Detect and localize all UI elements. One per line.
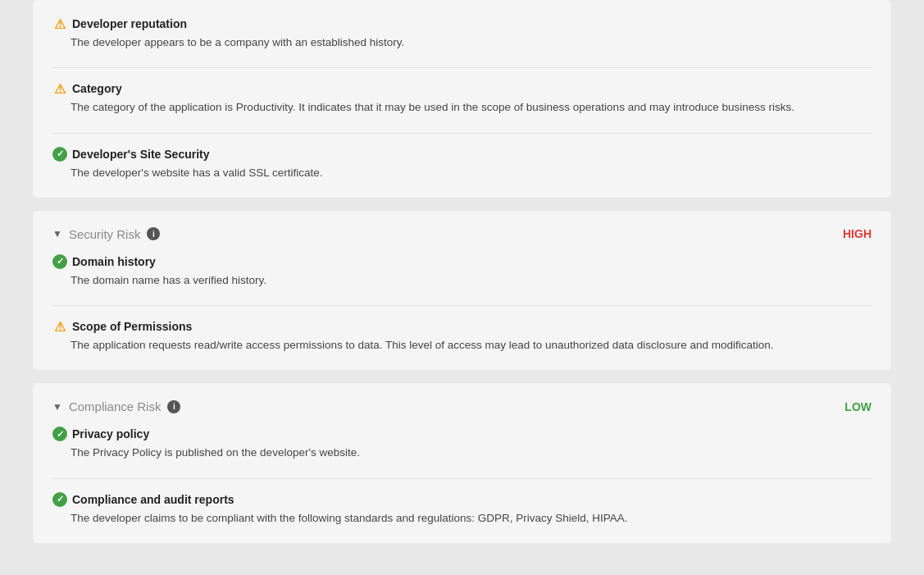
- scope-permissions-title: ⚠ Scope of Permissions: [52, 319, 872, 334]
- divider: [52, 67, 872, 68]
- security-risk-header-left: ▼ Security Risk i: [52, 227, 160, 241]
- category-desc: The category of the application is Produ…: [52, 99, 872, 116]
- compliance-risk-card: ▼ Compliance Risk i LOW ✓ Privacy policy…: [33, 383, 891, 543]
- chevron-icon[interactable]: ▼: [52, 228, 62, 240]
- developer-site-security-title: ✓ Developer's Site Security: [52, 147, 872, 162]
- developer-reputation-desc: The developer appears to be a company wi…: [52, 34, 872, 51]
- domain-history-title: ✓ Domain history: [52, 254, 872, 269]
- developer-site-security-desc: The developer's website has a valid SSL …: [52, 165, 872, 181]
- ok-icon: ✓: [52, 492, 67, 507]
- category-title: ⚠ Category: [52, 81, 872, 96]
- ok-icon: ✓: [52, 427, 67, 441]
- security-risk-badge: HIGH: [843, 227, 872, 240]
- privacy-policy-desc: The Privacy Policy is published on the d…: [52, 445, 872, 461]
- chevron-icon[interactable]: ▼: [52, 401, 62, 413]
- list-item: ✓ Developer's Site Security The develope…: [52, 147, 872, 181]
- ok-icon: ✓: [52, 254, 67, 269]
- security-risk-header: ▼ Security Risk i HIGH: [52, 227, 872, 241]
- list-item: ✓ Domain history The domain name has a v…: [52, 254, 872, 289]
- security-risk-card: ▼ Security Risk i HIGH ✓ Domain history …: [33, 211, 891, 371]
- info-icon[interactable]: i: [147, 227, 160, 240]
- warn-icon: ⚠: [52, 81, 67, 96]
- compliance-audit-desc: The developer claims to be compliant wit…: [52, 510, 872, 527]
- warn-icon: ⚠: [52, 319, 67, 334]
- list-item: ✓ Compliance and audit reports The devel…: [52, 492, 872, 527]
- security-risk-title: Security Risk: [69, 227, 141, 241]
- compliance-risk-title: Compliance Risk: [69, 399, 162, 413]
- developer-info-card: ⚠ Developer reputation The developer app…: [33, 0, 891, 198]
- list-item: ⚠ Developer reputation The developer app…: [52, 16, 872, 51]
- ok-icon: ✓: [52, 147, 67, 162]
- developer-reputation-title: ⚠ Developer reputation: [52, 16, 872, 31]
- warn-icon: ⚠: [52, 16, 67, 31]
- compliance-risk-header: ▼ Compliance Risk i LOW: [52, 399, 872, 413]
- domain-history-desc: The domain name has a verified history.: [52, 272, 872, 289]
- info-icon[interactable]: i: [167, 400, 180, 413]
- divider: [52, 133, 872, 134]
- list-item: ✓ Privacy policy The Privacy Policy is p…: [52, 427, 872, 461]
- compliance-audit-title: ✓ Compliance and audit reports: [52, 492, 872, 507]
- list-item: ⚠ Scope of Permissions The application r…: [52, 319, 872, 354]
- compliance-risk-header-left: ▼ Compliance Risk i: [52, 399, 180, 413]
- compliance-risk-badge: LOW: [844, 400, 872, 413]
- divider: [52, 478, 872, 479]
- privacy-policy-title: ✓ Privacy policy: [52, 427, 872, 441]
- list-item: ⚠ Category The category of the applicati…: [52, 81, 872, 116]
- divider: [52, 305, 872, 306]
- scope-permissions-desc: The application requests read/write acce…: [52, 337, 872, 354]
